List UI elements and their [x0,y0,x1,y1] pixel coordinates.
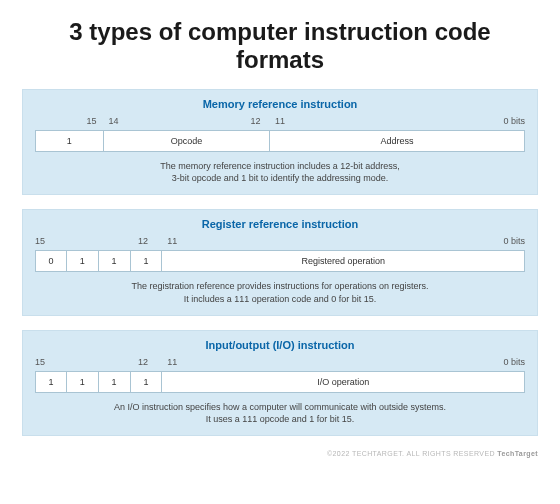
card-description: An I/O instruction specifies how a compu… [35,401,525,425]
bit-label: 11 [275,116,285,126]
bit-label: 15 [35,357,45,367]
bit-label: 12 [138,236,148,246]
diagram-cell: 0 [35,250,67,272]
diagram-cell: 1 [67,250,99,272]
diagram-cell: 1 [131,371,163,393]
diagram-cell: 1 [35,371,67,393]
desc-line: 3-bit opcode and 1 bit to identify the a… [172,173,389,183]
bit-label: 12 [251,116,261,126]
card-register-reference: Register reference instruction 15 12 11 … [22,209,538,315]
bit-label: 0 bits [503,116,525,126]
card-io-instruction: Input/output (I/O) instruction 15 12 11 … [22,330,538,436]
diagram-cell: 1 [131,250,163,272]
footer: ©2022 TECHTARGET. ALL RIGHTS RESERVED Te… [22,450,538,457]
diagram-cell: 1 [99,250,131,272]
diagram-cell: Opcode [104,130,271,152]
bit-label: 0 bits [503,236,525,246]
diagram-cell: Registered operation [162,250,525,272]
card-title: Input/output (I/O) instruction [35,339,525,351]
card-title: Memory reference instruction [35,98,525,110]
desc-line: It uses a 111 opcode and 1 for bit 15. [206,414,355,424]
bit-label: 15 [86,116,96,126]
bit-diagram: 1 1 1 1 I/O operation [35,371,525,393]
page-title: 3 types of computer instruction code for… [22,18,538,73]
desc-line: An I/O instruction specifies how a compu… [114,402,446,412]
bit-labels: 15 12 11 0 bits [35,357,525,371]
copyright-text: ©2022 TECHTARGET. ALL RIGHTS RESERVED [327,450,495,457]
brand-text: TechTarget [497,450,538,457]
bit-label: 11 [167,236,177,246]
desc-line: The memory reference instruction include… [160,161,400,171]
diagram-cell: 1 [35,130,104,152]
bit-labels: 15 12 11 0 bits [35,236,525,250]
bit-label: 15 [35,236,45,246]
card-memory-reference: Memory reference instruction 15 14 12 11… [22,89,538,195]
bit-label: 0 bits [503,357,525,367]
bit-label: 14 [109,116,119,126]
bit-diagram: 1 Opcode Address [35,130,525,152]
bit-label: 11 [167,357,177,367]
diagram-cell: Address [270,130,525,152]
card-description: The memory reference instruction include… [35,160,525,184]
desc-line: The registration reference provides inst… [131,281,428,291]
card-title: Register reference instruction [35,218,525,230]
diagram-cell: I/O operation [162,371,525,393]
diagram-cell: 1 [99,371,131,393]
card-description: The registration reference provides inst… [35,280,525,304]
bit-labels: 15 14 12 11 0 bits [35,116,525,130]
bit-diagram: 0 1 1 1 Registered operation [35,250,525,272]
bit-label: 12 [138,357,148,367]
desc-line: It includes a 111 operation code and 0 f… [184,294,377,304]
diagram-cell: 1 [67,371,99,393]
